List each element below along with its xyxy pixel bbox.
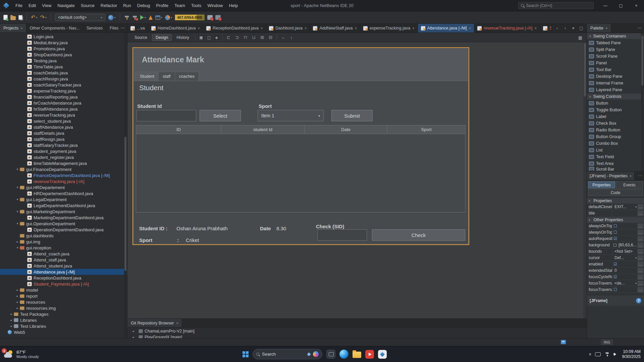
- ellipsis-button[interactable]: …: [638, 224, 643, 229]
- close-icon[interactable]: ×: [176, 321, 178, 325]
- palette-item[interactable]: ∨ Check Box: [587, 120, 644, 127]
- tree-item[interactable]: hrStaffAttendance.java: [0, 106, 127, 112]
- tree-item[interactable]: coachDetails.java: [0, 70, 127, 76]
- tree-item[interactable]: ▸ gui.img: [0, 239, 127, 245]
- ellipsis-button[interactable]: …: [638, 268, 643, 273]
- property-value[interactable]: ☐ ▾: [612, 224, 638, 228]
- align-button[interactable]: ⊔: [250, 34, 258, 41]
- pen-device-icon[interactable]: [595, 352, 601, 356]
- weather-widget[interactable]: 1 87°F Mostly cloudy: [3, 346, 39, 362]
- new-file-button[interactable]: [3, 15, 8, 20]
- task-view-icon[interactable]: [326, 350, 335, 359]
- editor-tab[interactable]: Dashbord.java ×: [266, 24, 310, 33]
- ellipsis-button[interactable]: …: [638, 262, 643, 267]
- form-tab[interactable]: staff: [158, 72, 175, 81]
- close-icon[interactable]: ×: [305, 26, 307, 30]
- property-value[interactable]: [60,63,6... ▾: [612, 243, 638, 247]
- tree-item[interactable]: Attendance.java [-/M]: [0, 269, 127, 275]
- menu-item[interactable]: File: [12, 0, 25, 11]
- menu-item[interactable]: View: [39, 0, 54, 11]
- profiling-point-button[interactable]: [207, 15, 213, 20]
- panel-tab[interactable]: Other Components - Nav... ×: [26, 24, 83, 33]
- maximize-editor-button[interactable]: ▢: [578, 25, 585, 32]
- tree-item[interactable]: staffDetails.java: [0, 130, 127, 136]
- table-column-header[interactable]: Date: [305, 125, 387, 134]
- tree-item[interactable]: coachSalaryTracker.java: [0, 82, 127, 88]
- close-icon[interactable]: ×: [469, 26, 471, 30]
- editor-view-button[interactable]: Source: [131, 34, 151, 41]
- designer-mode-button[interactable]: ▣: [198, 35, 205, 41]
- palette-item[interactable]: ∨ Button: [587, 100, 644, 107]
- property-value[interactable]: ☑ ▾: [612, 236, 638, 241]
- palette-item[interactable]: ∨ Internal Frame: [587, 80, 644, 86]
- copilot-icon[interactable]: [313, 351, 319, 357]
- git-repository-item[interactable]: ▸ PlayGroundX [main]: [127, 334, 587, 338]
- table-column-header[interactable]: ID: [136, 125, 221, 134]
- tree-item[interactable]: TimeTable.java: [0, 64, 127, 70]
- check-sid-field[interactable]: [317, 229, 367, 241]
- tree-item[interactable]: expenseTracking.java: [0, 88, 127, 94]
- tree-item[interactable]: hrCoachAttendance.java: [0, 100, 127, 106]
- netbeans-app-icon[interactable]: [378, 350, 387, 359]
- align-button[interactable]: ⊞: [259, 34, 266, 41]
- tree-item[interactable]: ▸ model: [0, 287, 127, 293]
- ide-search-box[interactable]: [518, 2, 594, 9]
- attendance-table[interactable]: IDstudent IdDateSport: [136, 125, 466, 213]
- sport-combo-box[interactable]: Item 1 ▾: [258, 110, 324, 121]
- resize-button[interactable]: ↕: [288, 34, 295, 41]
- menu-item[interactable]: Help: [226, 0, 241, 11]
- edge-icon[interactable]: [339, 350, 348, 359]
- table-column-header[interactable]: student Id: [221, 125, 305, 134]
- palette-item[interactable]: ∨ Radio Button: [587, 127, 644, 133]
- editor-view-button[interactable]: History: [173, 34, 193, 41]
- student-id-field[interactable]: [137, 110, 196, 121]
- scrollbar-thumb[interactable]: [641, 36, 643, 86]
- property-row[interactable]: ∨ title ▾ …: [587, 210, 644, 217]
- editor-tab[interactable]: HomeDashbord.java ×: [148, 24, 203, 33]
- menu-item[interactable]: Profile: [153, 0, 171, 11]
- ellipsis-button[interactable]: …: [638, 243, 643, 248]
- scroll-tabs-right-button[interactable]: ›: [561, 25, 569, 32]
- search-input[interactable]: [526, 3, 591, 8]
- tree-item[interactable]: ▾ gui.OperationDepartment: [0, 221, 127, 227]
- tree-item[interactable]: ReceptionDashbord.java: [0, 275, 127, 281]
- designer-mode-button[interactable]: ◫: [206, 35, 212, 41]
- palette-item[interactable]: ∨ Layered Pane: [587, 86, 644, 93]
- git-repository-item[interactable]: ▸ ChamaLearnPro-V2 [main]: [127, 328, 587, 334]
- menu-item[interactable]: Refactor: [98, 0, 120, 11]
- tree-item[interactable]: ▾ gui.HRDepartement: [0, 184, 127, 190]
- menu-item[interactable]: Navigate: [54, 0, 77, 11]
- ellipsis-button[interactable]: …: [638, 204, 643, 209]
- palette-item[interactable]: ∨ Toggle Button: [587, 107, 644, 113]
- tree-item[interactable]: ShopDashbord.java: [0, 52, 127, 58]
- new-project-button[interactable]: [10, 16, 16, 20]
- property-row[interactable]: ∨ focusTraversal <de... ▾ …: [587, 280, 644, 287]
- tree-item[interactable]: revenueTracking.java [-/A]: [0, 178, 127, 184]
- palette-item[interactable]: ∨ Text Field: [587, 154, 644, 160]
- property-value[interactable]: Def... ▾: [612, 255, 638, 260]
- palette-item[interactable]: ∨ Text Area: [587, 160, 644, 167]
- ellipsis-button[interactable]: …: [638, 230, 643, 235]
- tree-item[interactable]: MediaLibrary.java: [0, 40, 127, 46]
- close-icon[interactable]: ×: [630, 174, 632, 178]
- tree-item[interactable]: staffAttendance.java: [0, 124, 127, 130]
- student-id-input[interactable]: [137, 110, 196, 121]
- scrollbar-thumb[interactable]: [584, 43, 586, 97]
- palette-item[interactable]: ∨ Label: [587, 113, 644, 120]
- tree-item[interactable]: ▾ gui.reception: [0, 245, 127, 251]
- tree-item[interactable]: HRDepartementDashbord.java: [0, 190, 127, 196]
- panel-menu-icon[interactable]: ⋯: [638, 173, 642, 178]
- tree-item[interactable]: ▾ gui.LegalDepartment: [0, 196, 127, 202]
- notifications-icon[interactable]: [561, 340, 566, 344]
- menu-item[interactable]: Source: [78, 0, 98, 11]
- tree-item[interactable]: Testing.java: [0, 58, 127, 64]
- close-icon[interactable]: ×: [20, 26, 22, 30]
- tree-item[interactable]: student_payment.java: [0, 148, 127, 154]
- editor-tab[interactable]: Attendance.java [-/M] ×: [418, 24, 475, 33]
- tree-item[interactable]: FinanceDepartmentDashbord.java [-/M]: [0, 172, 127, 178]
- property-row[interactable]: ∨ background [60,63,6... ▾ …: [587, 242, 644, 248]
- property-row[interactable]: ∨ alwaysOnTopS ☐ ▾ …: [587, 229, 644, 236]
- palette-item[interactable]: ∨ Panel: [587, 60, 644, 66]
- close-icon[interactable]: ×: [605, 26, 607, 30]
- volume-icon[interactable]: [613, 352, 618, 356]
